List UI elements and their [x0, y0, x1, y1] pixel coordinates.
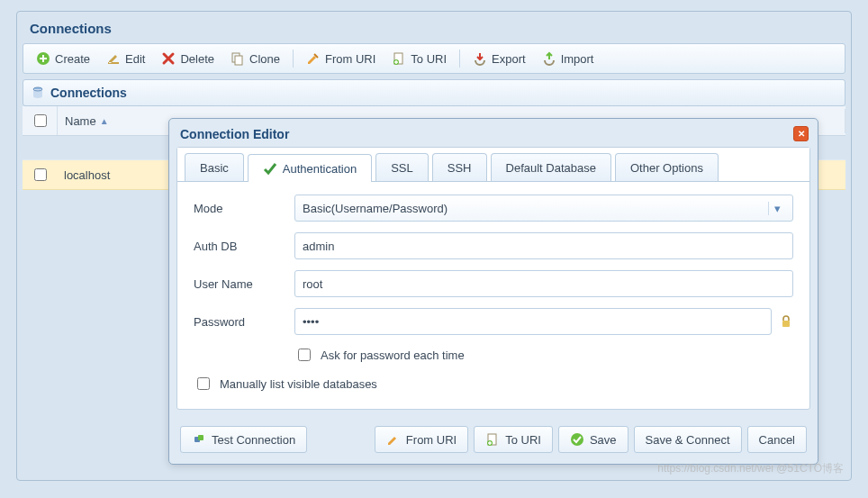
to-uri-button[interactable]: To URI	[474, 426, 553, 453]
close-button[interactable]: ✕	[793, 126, 809, 141]
clone-icon	[231, 51, 245, 66]
password-label: Password	[194, 315, 284, 329]
tab-default-database[interactable]: Default Database	[491, 153, 611, 181]
from-uri-label: From URI	[325, 52, 375, 66]
check-circle-icon	[570, 432, 584, 447]
toolbar-separator	[293, 50, 294, 68]
mode-value: Basic(Username/Password)	[303, 202, 448, 215]
import-button[interactable]: Import	[535, 48, 601, 69]
toolbar-separator	[459, 50, 460, 68]
select-all-checkbox[interactable]	[34, 114, 47, 127]
connections-subheader: Connections	[23, 79, 845, 106]
check-icon	[263, 161, 277, 176]
authdb-label: Auth DB	[194, 240, 284, 253]
connections-subtitle: Connections	[50, 86, 127, 100]
delete-icon	[161, 51, 176, 66]
edit-button[interactable]: Edit	[99, 48, 152, 69]
ask-password-label: Ask for password each time	[321, 349, 465, 362]
test-connection-button[interactable]: Test Connection	[180, 426, 307, 453]
authentication-tab-body: Mode Basic(Username/Password) ▾ Auth DB	[177, 181, 809, 409]
tab-other-options[interactable]: Other Options	[615, 153, 719, 181]
to-uri-label: To URI	[411, 52, 447, 66]
dialog-title: Connection Editor	[180, 127, 289, 141]
to-uri-button[interactable]: To URI	[384, 48, 454, 69]
svg-point-12	[571, 433, 583, 446]
tab-authentication[interactable]: Authentication	[248, 154, 372, 182]
mode-label: Mode	[194, 202, 284, 215]
delete-button[interactable]: Delete	[154, 48, 222, 69]
chevron-down-icon: ▾	[768, 202, 785, 215]
manual-dbs-label: Manually list visible databases	[220, 377, 377, 391]
tab-strip: Basic Authentication SSL SSH Default Dat…	[177, 148, 809, 181]
save-button[interactable]: Save	[558, 426, 628, 453]
from-uri-icon	[306, 51, 321, 66]
edit-label: Edit	[125, 52, 145, 66]
lock-icon[interactable]	[779, 314, 793, 329]
col-name-label: Name	[65, 114, 96, 128]
from-uri-icon	[386, 432, 401, 447]
database-icon	[31, 86, 45, 100]
tab-basic[interactable]: Basic	[185, 153, 244, 181]
username-label: User Name	[194, 277, 284, 291]
svg-rect-7	[782, 321, 790, 327]
sort-asc-icon: ▲	[100, 116, 109, 126]
svg-rect-9	[198, 435, 203, 440]
create-button[interactable]: Create	[29, 48, 97, 69]
header-checkbox-cell	[23, 106, 58, 135]
cancel-button[interactable]: Cancel	[747, 426, 807, 453]
panel-title: Connections	[17, 12, 851, 43]
manual-dbs-checkbox[interactable]	[197, 377, 210, 390]
import-label: Import	[561, 52, 594, 66]
username-input[interactable]	[294, 270, 793, 297]
svg-rect-2	[235, 56, 242, 65]
dialog-footer: Test Connection From URI To URI Save Sav…	[169, 417, 818, 464]
mode-select[interactable]: Basic(Username/Password) ▾	[294, 195, 793, 222]
from-uri-button[interactable]: From URI	[299, 48, 383, 69]
save-connect-button[interactable]: Save & Connect	[634, 426, 742, 453]
create-label: Create	[55, 52, 90, 66]
dialog-titlebar[interactable]: Connection Editor ✕	[169, 119, 818, 147]
plus-icon	[36, 51, 50, 66]
to-uri-icon	[392, 51, 406, 66]
edit-icon	[106, 51, 121, 66]
plug-icon	[192, 432, 206, 447]
tab-ssl[interactable]: SSL	[375, 153, 429, 181]
from-uri-button[interactable]: From URI	[375, 426, 468, 453]
ask-password-checkbox[interactable]	[298, 349, 311, 361]
connections-panel: Connections Create Edit Delete Clone Fro…	[16, 11, 852, 481]
import-icon	[542, 51, 556, 66]
password-input[interactable]	[294, 308, 772, 335]
delete-label: Delete	[180, 52, 214, 66]
tab-ssh[interactable]: SSH	[432, 153, 487, 181]
row-checkbox[interactable]	[34, 168, 47, 181]
export-icon	[473, 51, 487, 66]
clone-button[interactable]: Clone	[223, 48, 287, 69]
to-uri-icon	[485, 432, 500, 447]
connection-editor-dialog: Connection Editor ✕ Basic Authentication…	[168, 118, 818, 465]
dialog-body: Basic Authentication SSL SSH Default Dat…	[176, 147, 810, 410]
main-toolbar: Create Edit Delete Clone From URI To URI…	[23, 43, 845, 74]
clone-label: Clone	[249, 52, 280, 66]
export-label: Export	[492, 52, 526, 66]
export-button[interactable]: Export	[466, 48, 533, 69]
authdb-input[interactable]	[294, 232, 793, 259]
